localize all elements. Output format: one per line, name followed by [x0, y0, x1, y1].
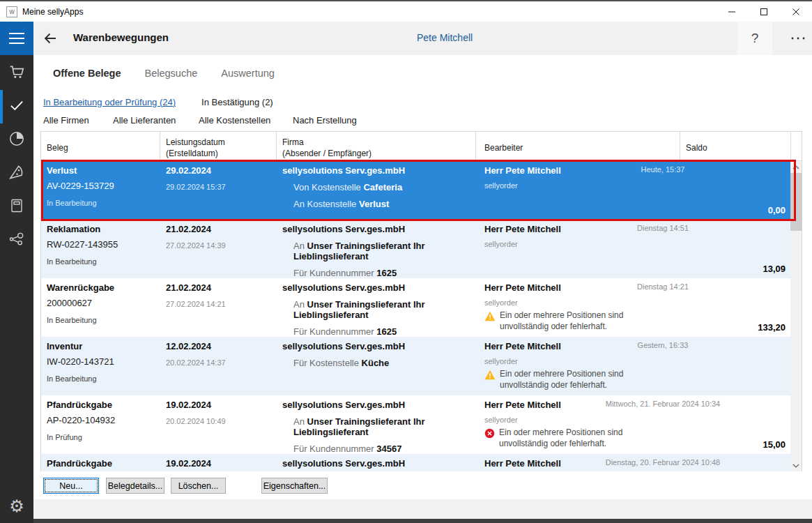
- column-beleg[interactable]: Beleg: [41, 132, 160, 160]
- help-button[interactable]: ?: [737, 22, 772, 55]
- company-name: sellysolutions Serv.ges.mbH: [282, 282, 476, 293]
- alert-text: Ein oder mehrere Positionen sind unvolls…: [500, 310, 660, 332]
- tab-offene-belege[interactable]: Offene Belege: [53, 68, 121, 79]
- share-network-icon: [8, 230, 26, 251]
- table-body: Verlust AV-0229-153729 In Bearbeitung 29…: [41, 161, 791, 471]
- doc-number: IW-0220-143721: [47, 356, 160, 367]
- company-name: sellysolutions Serv.ges.mbH: [282, 341, 476, 351]
- bottom-strip: [33, 499, 812, 519]
- company-details: An Unser Trainingslieferant Ihr Liebling…: [282, 416, 476, 454]
- table-row[interactable]: Pfandrückgabe 19.02.2024 sellysolutions …: [41, 454, 791, 471]
- ellipsis-icon: [790, 36, 806, 40]
- firma-line: An Unser Trainingslieferant Ihr Liebling…: [282, 299, 476, 320]
- tab-bar: Offene Belege Belegsuche Auswertung: [33, 55, 812, 91]
- sidebar-item-share[interactable]: [0, 224, 33, 257]
- doc-status: In Bearbeitung: [47, 257, 160, 266]
- cart-icon: [8, 63, 26, 84]
- column-firma[interactable]: Firma(Absender / Empfänger): [277, 132, 476, 160]
- editor-app: sellyorder: [484, 416, 791, 424]
- company-name: sellysolutions Serv.ges.mbH: [282, 165, 476, 176]
- filter-in-bestaetigung[interactable]: In Bestätigung (2): [201, 97, 273, 107]
- column-leistungsdatum[interactable]: Leistungsdatum(Erstelldatum): [160, 132, 277, 160]
- document-details-button[interactable]: Belegdetails...: [106, 478, 164, 494]
- created-date: 27.02.2024 14:39: [166, 241, 277, 250]
- table-row[interactable]: Warenrückgabe 200000627 In Bearbeitung 2…: [41, 278, 791, 337]
- sidebar-item-settings[interactable]: ⚙: [0, 493, 33, 520]
- sidebar-item-reports[interactable]: [0, 123, 33, 157]
- table-row[interactable]: Inventur IW-0220-143721 In Bearbeitung 1…: [41, 337, 791, 395]
- editor-app: sellyorder: [484, 240, 791, 248]
- firma-line: An Kostenstelle Verlust: [282, 199, 476, 209]
- new-button[interactable]: Neu...: [43, 478, 99, 494]
- book-icon: [8, 197, 25, 217]
- doc-number: AP-0220-104932: [47, 415, 160, 425]
- properties-button[interactable]: Eigenschaften...: [261, 478, 328, 494]
- pie-chart-icon: [8, 130, 26, 151]
- sidebar-item-catalog[interactable]: [0, 190, 33, 224]
- table-row[interactable]: Verlust AV-0229-153729 In Bearbeitung 29…: [41, 161, 791, 220]
- doc-status: In Bearbeitung: [47, 374, 160, 383]
- back-button[interactable]: [42, 30, 61, 47]
- scroll-up-icon[interactable]: [790, 161, 802, 173]
- scrollbar-thumb[interactable]: [790, 173, 802, 231]
- scroll-down-icon[interactable]: [790, 460, 802, 471]
- table-scrollbar[interactable]: [790, 161, 802, 471]
- edit-timestamp: Mittwoch, 21. Februar 2024 10:34: [572, 400, 753, 408]
- company-name: sellysolutions Serv.ges.mbH: [282, 458, 476, 469]
- dropdown-filter-bar: Alle Firmen Alle Lieferanten Alle Kosten…: [33, 112, 812, 128]
- company-name: sellysolutions Serv.ges.mbH: [282, 224, 476, 234]
- filter-nach-erstellung[interactable]: Nach Erstellung: [293, 115, 357, 126]
- doc-number: 200000627: [47, 298, 160, 308]
- doc-number: AV-0229-153729: [47, 181, 160, 191]
- delete-button[interactable]: Löschen...: [171, 478, 226, 494]
- gear-icon: ⚙: [9, 498, 24, 515]
- hamburger-menu-button[interactable]: [0, 22, 33, 55]
- firma-line: Für Kundennummer 1625: [282, 268, 476, 278]
- filter-alle-lieferanten[interactable]: Alle Lieferanten: [113, 115, 199, 126]
- user-name[interactable]: Pete Mitchell: [417, 32, 473, 43]
- filter-alle-firmen[interactable]: Alle Firmen: [43, 115, 113, 126]
- more-button[interactable]: [784, 22, 812, 55]
- doc-number: RW-0227-143955: [47, 239, 160, 250]
- sidebar-item-tasks-active[interactable]: [0, 90, 33, 123]
- filter-alle-kostenstellen[interactable]: Alle Kostenstellen: [199, 115, 293, 126]
- warning-icon: [484, 310, 496, 324]
- check-icon: [8, 96, 26, 117]
- tab-belegsuche[interactable]: Belegsuche: [145, 68, 198, 79]
- page-header: Warenbewegungen Pete Mitchell ?: [33, 22, 812, 55]
- sidebar-item-cart[interactable]: [0, 56, 33, 90]
- saldo-value: 0,00: [768, 205, 786, 215]
- filter-in-bearbeitung[interactable]: In Bearbeitung oder Prüfung (24): [43, 97, 176, 107]
- firma-line: An Unser Trainingslieferant Ihr Liebling…: [282, 241, 476, 262]
- titlebar: w Meine sellyApps: [0, 0, 812, 22]
- sidebar-item-food[interactable]: [0, 157, 33, 190]
- column-saldo[interactable]: Saldo: [680, 132, 791, 160]
- editor-name: Herr Pete Mitchell: [484, 400, 572, 410]
- table-row[interactable]: Pfandrückgabe AP-0220-104932 In Prüfung …: [41, 395, 791, 454]
- doc-status: In Bearbeitung: [47, 316, 160, 324]
- company-details: An Unser Trainingslieferant Ihr Liebling…: [282, 299, 476, 337]
- service-date: 19.02.2024: [166, 400, 277, 410]
- minimize-button[interactable]: [716, 1, 748, 22]
- pizza-icon: [8, 163, 26, 184]
- edit-timestamp: Heute, 15:37: [572, 165, 753, 174]
- edit-timestamp: Dienstag 14:21: [572, 282, 753, 291]
- page-title: Warenbewegungen: [73, 31, 169, 43]
- editor-app: sellyorder: [484, 298, 791, 307]
- company-name: sellysolutions Serv.ges.mbH: [282, 400, 476, 410]
- maximize-button[interactable]: [748, 1, 780, 22]
- editor-name: Herr Pete Mitchell: [484, 341, 572, 351]
- alert-text: Ein oder mehrere Positionen sind unvolls…: [500, 368, 660, 391]
- firma-line: Für Kundennummer 1625: [282, 326, 476, 337]
- bottom-edge: [33, 519, 812, 523]
- table-row[interactable]: Reklamation RW-0227-143955 In Bearbeitun…: [41, 220, 791, 278]
- active-accent-bar: [0, 90, 3, 123]
- saldo-value: 133,20: [758, 322, 786, 333]
- status-filter-bar: In Bearbeitung oder Prüfung (24) In Best…: [33, 94, 812, 109]
- tab-auswertung[interactable]: Auswertung: [221, 68, 275, 79]
- column-bearbeiter[interactable]: Bearbeiter: [476, 132, 680, 160]
- doc-type: Inventur: [47, 341, 160, 351]
- close-button[interactable]: [780, 1, 812, 22]
- created-date: 29.02.2024 15:37: [166, 183, 277, 191]
- doc-status: In Prüfung: [47, 433, 160, 441]
